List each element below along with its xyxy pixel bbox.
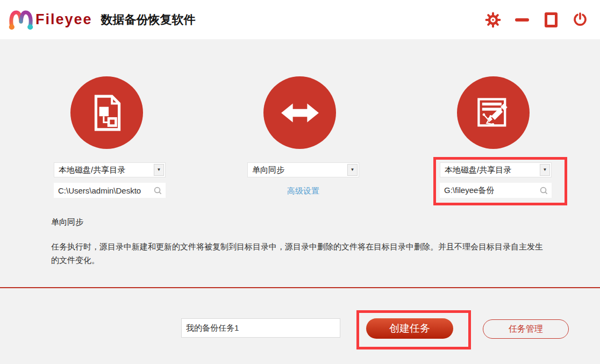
app-header: Fileyee 数据备份恢复软件 xyxy=(0,0,600,39)
caret-down-icon[interactable]: ▼ xyxy=(154,164,164,176)
sync-mode-heading: 单向同步 xyxy=(51,217,83,227)
task-name-input[interactable] xyxy=(181,318,340,338)
create-task-button[interactable]: 创建任务 xyxy=(366,318,453,339)
browse-search-icon[interactable] xyxy=(539,186,548,195)
settings-gear-icon[interactable] xyxy=(485,12,501,28)
source-type-dropdown[interactable]: 本地磁盘/共享目录 ▼ xyxy=(54,162,166,177)
double-arrow-icon xyxy=(280,102,320,124)
target-type-dropdown[interactable]: 本地磁盘/共享目录 ▼ xyxy=(440,162,552,177)
minimize-icon[interactable] xyxy=(514,12,530,28)
caret-down-icon[interactable]: ▼ xyxy=(347,164,358,176)
source-path-field xyxy=(54,183,166,198)
app-title: 数据备份恢复软件 xyxy=(101,12,196,28)
sync-mode-value: 单向同步 xyxy=(248,165,347,175)
sync-mode-dropdown[interactable]: 单向同步 ▼ xyxy=(247,162,359,177)
edit-document-icon xyxy=(475,95,512,131)
target-path-field xyxy=(440,183,552,198)
sync-circle xyxy=(263,76,336,149)
fileyee-logo-icon xyxy=(8,7,34,33)
caret-down-icon[interactable]: ▼ xyxy=(540,164,550,176)
browse-search-icon[interactable] xyxy=(153,186,162,195)
power-close-icon[interactable] xyxy=(572,12,588,28)
source-path-input[interactable] xyxy=(54,186,153,195)
brand-name: Fileyee xyxy=(35,11,92,28)
window-controls xyxy=(485,12,588,28)
red-divider xyxy=(0,287,600,288)
task-manage-button[interactable]: 任务管理 xyxy=(483,319,569,339)
sync-mode-description: 任务执行时，源目录中新建和更新的文件将被复制到目标目录中，源目录中删除的文件将在… xyxy=(51,240,548,267)
maximize-icon[interactable] xyxy=(543,12,559,28)
advanced-settings-link[interactable]: 高级设置 xyxy=(247,186,359,196)
source-type-value: 本地磁盘/共享目录 xyxy=(54,165,154,175)
target-path-input[interactable] xyxy=(440,186,539,195)
target-circle xyxy=(457,76,530,149)
target-type-value: 本地磁盘/共享目录 xyxy=(440,165,540,175)
file-diagram-icon xyxy=(89,93,125,133)
source-circle xyxy=(70,76,143,149)
